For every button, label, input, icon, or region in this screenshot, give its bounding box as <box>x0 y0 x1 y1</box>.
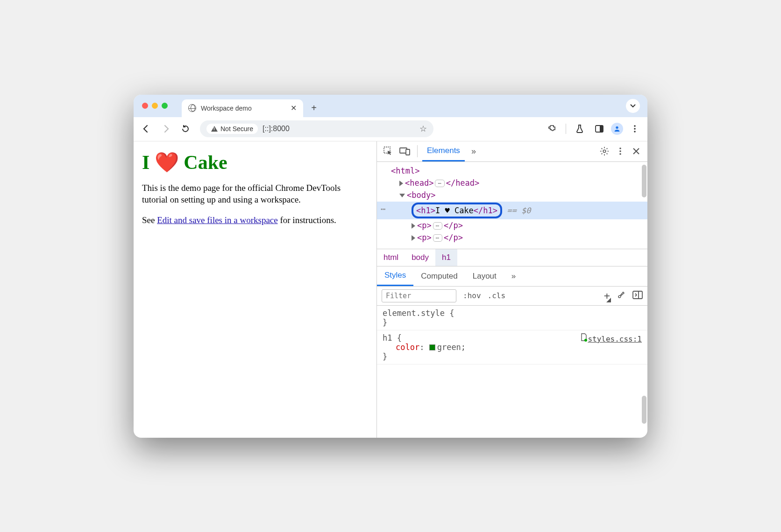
chrome-menu-button[interactable] <box>627 121 643 137</box>
styles-toolbar: :hov .cls + <box>377 287 647 306</box>
dom-node-head[interactable]: <head>⋯</head> <box>383 177 643 189</box>
rule-element-style[interactable]: element.style { } <box>377 306 647 330</box>
crumb-html[interactable]: html <box>377 249 405 266</box>
color-swatch-icon[interactable] <box>429 344 435 350</box>
dom-node-p1[interactable]: <p>⋯</p> <box>383 219 643 231</box>
browser-tab[interactable]: Workspace demo ✕ <box>182 99 303 117</box>
close-devtools-button[interactable] <box>629 144 644 159</box>
more-actions-icon[interactable]: ⋯ <box>381 203 387 216</box>
warning-icon <box>211 126 218 132</box>
p2-suffix: for instructions. <box>278 215 336 225</box>
dom-node-p2[interactable]: <p>⋯</p> <box>383 231 643 244</box>
svg-point-10 <box>619 147 621 149</box>
dom-breadcrumbs: html body h1 <box>377 249 647 266</box>
close-brace: } <box>383 352 642 361</box>
expand-icon[interactable] <box>399 181 403 186</box>
inspect-element-button[interactable] <box>381 144 396 159</box>
styles-filter-input[interactable] <box>382 289 456 302</box>
divider <box>417 145 418 157</box>
tab-title: Workspace demo <box>201 105 252 112</box>
svg-point-11 <box>619 150 621 152</box>
new-tab-button[interactable]: + <box>307 101 321 115</box>
subtab-computed[interactable]: Computed <box>413 266 465 286</box>
p2-prefix: See <box>142 215 157 225</box>
dom-tree[interactable]: <html> <head>⋯</head> <body> ⋯ <h1>I ♥ C… <box>377 162 647 249</box>
zoom-window-icon[interactable] <box>162 103 168 109</box>
rule-h1[interactable]: styles.css:1 h1 { color: green; } <box>377 330 647 364</box>
minimize-window-icon[interactable] <box>152 103 158 109</box>
extensions-button[interactable] <box>544 121 560 137</box>
person-icon <box>613 125 621 133</box>
close-icon <box>632 147 640 155</box>
crumb-body[interactable]: body <box>405 249 435 266</box>
close-brace: } <box>383 318 642 327</box>
tab-strip: Workspace demo ✕ + <box>134 95 647 117</box>
source-link[interactable]: styles.css:1 <box>580 333 642 343</box>
subtab-layout[interactable]: Layout <box>465 266 504 286</box>
page-heading: I ❤️ Cake <box>142 151 368 174</box>
css-property[interactable]: color: green; <box>383 343 642 352</box>
expand-icon[interactable] <box>412 223 415 229</box>
close-window-icon[interactable] <box>142 103 148 109</box>
browser-toolbar: Not Secure [::]:8000 ☆ <box>134 117 647 141</box>
more-subtabs-button[interactable]: » <box>504 266 523 286</box>
devtools-panel: Elements » <html> <head>⋯</head <box>376 141 647 438</box>
reload-button[interactable] <box>178 121 193 137</box>
scrollbar[interactable] <box>642 396 646 424</box>
device-toolbar-button[interactable] <box>398 144 412 159</box>
prop-name: color <box>396 343 419 352</box>
workspace-link[interactable]: Edit and save files in a workspace <box>157 215 278 225</box>
collapse-icon[interactable] <box>399 194 405 197</box>
ellipsis-icon[interactable]: ⋯ <box>433 234 442 242</box>
profile-button[interactable] <box>611 123 623 135</box>
back-button[interactable] <box>138 121 154 137</box>
dom-node-body[interactable]: <body> <box>383 189 643 201</box>
side-panel-button[interactable] <box>591 121 607 137</box>
subtab-styles[interactable]: Styles <box>377 266 413 286</box>
selector-text: element.style { <box>383 308 642 318</box>
security-chip[interactable]: Not Secure <box>206 124 258 134</box>
svg-rect-13 <box>633 291 642 299</box>
tab-elements[interactable]: Elements <box>422 141 465 161</box>
prop-value: green <box>437 343 461 352</box>
forward-button[interactable] <box>158 121 174 137</box>
file-icon <box>580 333 588 342</box>
dom-node-h1-selected[interactable]: ⋯ <h1>I ♥ Cake</h1> == $0 <box>377 202 647 219</box>
ellipsis-icon[interactable]: ⋯ <box>433 222 442 230</box>
toolbar-divider <box>566 124 566 134</box>
settings-button[interactable] <box>597 144 612 159</box>
address-bar[interactable]: Not Secure [::]:8000 ☆ <box>200 120 433 137</box>
svg-rect-8 <box>406 149 410 155</box>
highlight-ring: <h1>I ♥ Cake</h1> <box>412 203 502 218</box>
svg-rect-1 <box>600 126 603 132</box>
dom-node-html[interactable]: <html> <box>383 165 643 177</box>
bookmark-icon[interactable]: ☆ <box>419 124 427 134</box>
devtools-menu-button[interactable] <box>613 144 628 159</box>
rendered-page: I ❤️ Cake This is the demo page for the … <box>134 141 376 438</box>
labs-button[interactable] <box>572 121 588 137</box>
gear-icon <box>599 146 610 156</box>
devtools-tabbar: Elements » <box>377 141 647 162</box>
close-tab-icon[interactable]: ✕ <box>291 104 297 112</box>
styles-subtabs: Styles Computed Layout » <box>377 266 647 287</box>
hover-toggle[interactable]: :hov <box>463 291 481 300</box>
crumb-h1[interactable]: h1 <box>435 249 457 266</box>
svg-point-4 <box>634 128 636 130</box>
content-area: I ❤️ Cake This is the demo page for the … <box>134 141 647 438</box>
more-tabs-button[interactable]: » <box>467 147 481 156</box>
svg-point-2 <box>616 126 618 129</box>
computed-panel-toggle-icon[interactable] <box>632 291 643 301</box>
new-style-rule-button[interactable]: + <box>604 290 610 301</box>
tab-search-button[interactable] <box>626 99 640 113</box>
globe-icon <box>188 104 196 112</box>
chevron-down-icon <box>630 104 636 108</box>
expand-icon[interactable] <box>412 235 415 241</box>
ellipsis-icon[interactable]: ⋯ <box>435 180 444 187</box>
security-label: Not Secure <box>220 125 253 133</box>
window-controls <box>142 103 168 109</box>
url-text: [::]:8000 <box>263 125 290 133</box>
paragraph-2: See Edit and save files in a workspace f… <box>142 214 368 226</box>
svg-point-12 <box>619 153 621 155</box>
cls-toggle[interactable]: .cls <box>488 291 506 300</box>
paint-brush-icon[interactable] <box>617 290 626 301</box>
